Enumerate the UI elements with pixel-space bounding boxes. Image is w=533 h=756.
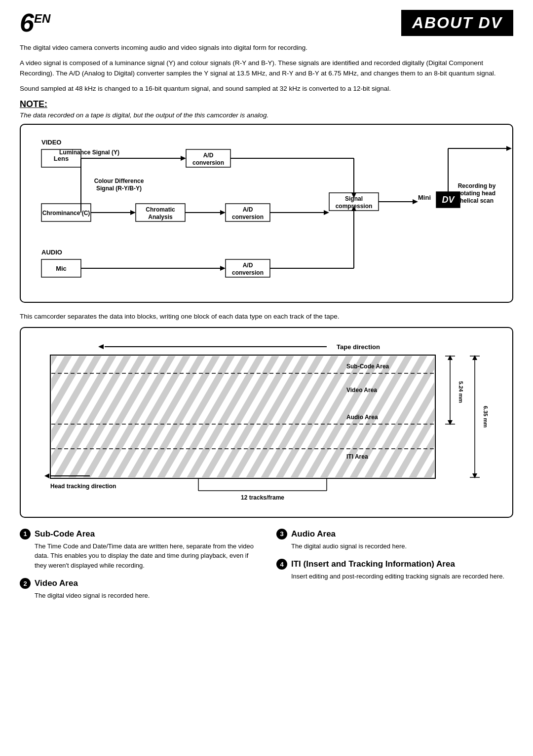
chromatic-label-1: Chromatic [146, 206, 175, 213]
ad2-label-1: A/D [243, 206, 253, 213]
circle-2: 2 [20, 578, 31, 589]
section-1-title-text: Sub-Code Area [35, 529, 95, 539]
page-number: 6EN [20, 10, 50, 36]
colour-diff-label-2: Signal (R-Y/B-Y) [96, 185, 142, 192]
ad1-label-1: A/D [203, 152, 214, 159]
note-text: The data recorded on a tape is digital, … [20, 111, 513, 119]
signal-flow-svg: VIDEO Lens Luminance Signal (Y) A/D conv… [33, 134, 521, 291]
arrowhead-lens-ad1 [181, 156, 186, 161]
left-column: 1 Sub-Code Area The Time Code and Date/T… [20, 529, 257, 609]
chrominance-label: Chrominance (C) [42, 210, 90, 216]
bottom-sections: 1 Sub-Code Area The Time Code and Date/T… [20, 529, 513, 609]
section-1-title: 1 Sub-Code Area [20, 529, 257, 540]
right-column: 3 Audio Area The digital audio signal is… [276, 529, 513, 609]
luminance-label: Luminance Signal (Y) [59, 149, 119, 156]
ad2-label-2: conversion [232, 214, 264, 220]
chromatic-label-2: Analysis [148, 214, 173, 220]
paragraph-1: The digital video camera converts incomi… [20, 43, 513, 53]
ad1-label-2: conversion [192, 159, 224, 166]
dim1-label: 5.24 mm [458, 381, 464, 403]
header: 6EN ABOUT DV [20, 10, 513, 36]
note-section: NOTE: The data recorded on a tape is dig… [20, 99, 513, 119]
recording-label-3: helical scan [460, 197, 494, 204]
mini-label: Mini [418, 194, 431, 201]
arrowhead-ad2-sigcomp [324, 210, 329, 215]
section-2-title: 2 Video Area [20, 578, 257, 589]
video-label: VIDEO [41, 139, 61, 146]
section-1-body: The Time Code and Date/Time data are wri… [35, 541, 257, 571]
sub-code-label: Sub-Code Area [346, 363, 389, 370]
camcorder-text: This camcorder separates the data into b… [20, 312, 513, 322]
arrowhead-sigcomp-minidv [413, 199, 418, 204]
section-1: 1 Sub-Code Area The Time Code and Date/T… [20, 529, 257, 571]
arrowhead-chromatic-ad2 [220, 210, 226, 215]
tape-diagram-svg: Tape direction Sub-Code Area Video Area [31, 338, 519, 505]
head-tracking-label: Head tracking direction [50, 483, 116, 490]
arrowhead-chrom-chromatic [130, 210, 136, 215]
circle-1: 1 [20, 529, 31, 540]
section-3: 3 Audio Area The digital audio signal is… [276, 529, 513, 551]
dim2-label: 6.35 mm [483, 406, 489, 428]
page: 6EN ABOUT DV The digital video camera co… [0, 0, 533, 756]
paragraph-3: Sound sampled at 48 kHz is changed to a … [20, 84, 513, 94]
section-3-title: 3 Audio Area [276, 529, 513, 540]
arrowhead-dv-right [506, 146, 512, 151]
section-4-title: 4 ITI (Insert and Tracking Information) … [276, 559, 513, 570]
signal-flow-diagram-box: VIDEO Lens Luminance Signal (Y) A/D conv… [20, 124, 513, 303]
head-tracking-arrowhead [44, 473, 49, 478]
dv-logo-text: DV [442, 195, 455, 205]
audio-area-label: Audio Area [346, 414, 378, 421]
lens-label: Lens [54, 155, 69, 162]
note-heading: NOTE: [20, 99, 513, 109]
paragraph-2: A video signal is composed of a luminanc… [20, 58, 513, 79]
section-2-body: The digital video signal is recorded her… [35, 591, 257, 601]
section-2: 2 Video Area The digital video signal is… [20, 578, 257, 601]
circle-4: 4 [276, 559, 287, 570]
circle-3: 3 [276, 529, 287, 540]
section-4-title-text: ITI (Insert and Tracking Information) Ar… [291, 559, 455, 569]
video-area-label: Video Area [346, 387, 377, 394]
audio-label: AUDIO [41, 249, 62, 256]
about-dv-title: ABOUT DV [401, 10, 513, 36]
tracks-label: 12 tracks/frame [241, 494, 284, 501]
tape-diagram-box: Tape direction Sub-Code Area Video Area [20, 327, 513, 518]
mic-label: Mic [56, 265, 67, 272]
ad3-label-1: A/D [243, 262, 253, 269]
tape-direction-arrowhead [98, 344, 104, 349]
section-4-body: Insert editing and post-recording editin… [291, 572, 513, 581]
ad3-label-2: conversion [232, 269, 264, 276]
section-3-title-text: Audio Area [291, 529, 336, 539]
tape-direction-label: Tape direction [337, 343, 380, 351]
colour-diff-label-1: Colour Difference [94, 178, 144, 184]
section-3-body: The digital audio signal is recorded her… [291, 541, 513, 551]
recording-label-2: rotating head [458, 190, 495, 197]
arrowhead-mic-ad3 [220, 266, 226, 271]
section-2-title-text: Video Area [35, 578, 78, 588]
recording-label-1: Recording by [458, 182, 496, 189]
iti-area-label: ITI Area [346, 453, 368, 460]
section-4: 4 ITI (Insert and Tracking Information) … [276, 559, 513, 581]
